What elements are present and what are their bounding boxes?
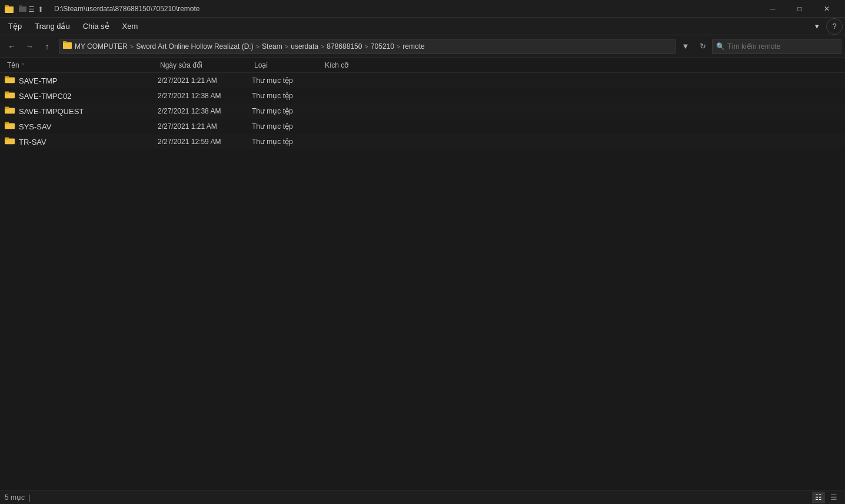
menu-expand-button[interactable]: ▾ xyxy=(809,18,825,35)
back-button[interactable]: ← xyxy=(4,38,20,55)
status-separator: | xyxy=(28,493,30,502)
menu-home[interactable]: Trang đầu xyxy=(29,19,76,33)
search-input[interactable] xyxy=(727,42,837,51)
breadcrumb-appid[interactable]: 705210 xyxy=(371,42,394,51)
view-controls: ☷ ☰ xyxy=(812,492,840,503)
file-name: SAVE-TMP xyxy=(19,76,158,85)
close-button[interactable]: ✕ xyxy=(813,0,840,18)
details-view-button[interactable]: ☷ xyxy=(812,492,825,503)
title-folder-icon xyxy=(5,4,14,14)
help-button[interactable]: ? xyxy=(826,18,843,35)
col-header-size[interactable]: Kích cỡ xyxy=(322,58,381,72)
breadcrumb-sep-3: > xyxy=(285,43,288,50)
folder-icon xyxy=(5,121,15,132)
col-header-name[interactable]: Tên ^ xyxy=(5,58,158,72)
breadcrumb-userid[interactable]: 878688150 xyxy=(327,42,362,51)
maximize-button[interactable]: □ xyxy=(786,0,813,18)
col-header-date[interactable]: Ngày sửa đổi xyxy=(158,58,252,72)
breadcrumb-folder-icon xyxy=(63,41,72,51)
breadcrumb-sep-4: > xyxy=(321,43,324,50)
file-list: SAVE-TMP 2/27/2021 1:21 AM Thư mục tệp S… xyxy=(0,73,845,490)
title-bar: ☰ ⬆ D:\Steam\userdata\878688150\705210\r… xyxy=(0,0,845,18)
title-path: D:\Steam\userdata\878688150\705210\remot… xyxy=(54,5,200,13)
breadcrumb-sep-6: > xyxy=(397,43,400,50)
file-name: TR-SAV xyxy=(19,138,158,146)
breadcrumb-drive[interactable]: Sword Art Online Hollow Realizat (D:) xyxy=(136,42,253,51)
folder-icon xyxy=(5,106,15,116)
file-name: SAVE-TMPQUEST xyxy=(19,107,158,116)
file-date: 2/27/2021 12:59 AM xyxy=(158,138,252,146)
table-row[interactable]: SAVE-TMP 2/27/2021 1:21 AM Thư mục tệp xyxy=(0,73,845,88)
breadcrumb-bar[interactable]: MY COMPUTER > Sword Art Online Hollow Re… xyxy=(59,39,676,54)
svg-text:☰: ☰ xyxy=(28,5,35,13)
svg-rect-9 xyxy=(5,76,9,79)
file-date: 2/27/2021 1:21 AM xyxy=(158,122,252,131)
status-bar: 5 mục | ☷ ☰ xyxy=(0,490,845,504)
menu-file[interactable]: Tệp xyxy=(2,19,28,33)
svg-text:⬆: ⬆ xyxy=(38,5,44,13)
breadcrumb-dropdown-button[interactable]: ▼ xyxy=(679,39,692,54)
refresh-button[interactable]: ↻ xyxy=(694,38,711,55)
svg-rect-6 xyxy=(63,42,72,49)
file-type: Thư mục tệp xyxy=(252,138,322,146)
minimize-button[interactable]: ─ xyxy=(759,0,786,18)
title-icon-small: ☰ ⬆ xyxy=(19,5,46,13)
file-date: 2/27/2021 1:21 AM xyxy=(158,76,252,85)
menu-view[interactable]: Xem xyxy=(117,19,144,33)
search-bar: 🔍 xyxy=(712,39,841,54)
search-icon: 🔍 xyxy=(716,42,725,51)
svg-rect-2 xyxy=(19,6,26,12)
file-type: Thư mục tệp xyxy=(252,107,322,115)
menu-bar: Tệp Trang đầu Chia sẻ Xem ▾ ? xyxy=(0,18,845,35)
column-headers: Tên ^ Ngày sửa đổi Loại Kích cỡ xyxy=(0,58,845,73)
window-controls: ─ □ ✕ xyxy=(759,0,840,18)
file-type: Thư mục tệp xyxy=(252,92,322,100)
table-row[interactable]: SYS-SAV 2/27/2021 1:21 AM Thư mục tệp xyxy=(0,119,845,134)
svg-rect-13 xyxy=(5,107,9,109)
title-bar-left: ☰ ⬆ D:\Steam\userdata\878688150\705210\r… xyxy=(5,4,200,14)
table-row[interactable]: SAVE-TMPC02 2/27/2021 12:38 AM Thư mục t… xyxy=(0,88,845,104)
file-date: 2/27/2021 12:38 AM xyxy=(158,107,252,115)
nav-bar: ← → ↑ MY COMPUTER > Sword Art Online Hol… xyxy=(0,35,845,58)
svg-rect-0 xyxy=(5,6,14,13)
file-type: Thư mục tệp xyxy=(252,122,322,131)
table-row[interactable]: TR-SAV 2/27/2021 12:59 AM Thư mục tệp xyxy=(0,134,845,149)
svg-rect-11 xyxy=(5,92,9,94)
svg-rect-3 xyxy=(19,5,22,7)
item-count: 5 mục xyxy=(5,493,25,502)
file-name: SAVE-TMPC02 xyxy=(19,92,158,101)
list-view-button[interactable]: ☰ xyxy=(827,492,840,503)
sort-arrow-name: ^ xyxy=(22,62,24,68)
svg-rect-1 xyxy=(5,5,9,7)
folder-icon xyxy=(5,75,15,86)
breadcrumb-userdata[interactable]: userdata xyxy=(291,42,318,51)
folder-icon xyxy=(5,136,15,147)
file-date: 2/27/2021 12:38 AM xyxy=(158,92,252,100)
breadcrumb-remote[interactable]: remote xyxy=(402,42,424,51)
menu-share[interactable]: Chia sẻ xyxy=(77,19,115,33)
breadcrumb-my-computer[interactable]: MY COMPUTER xyxy=(75,42,128,51)
breadcrumb-sep-1: > xyxy=(130,43,134,50)
file-type: Thư mục tệp xyxy=(252,76,322,85)
file-name: SYS-SAV xyxy=(19,122,158,131)
svg-rect-7 xyxy=(63,41,66,43)
breadcrumb-sep-2: > xyxy=(256,43,260,50)
col-header-type[interactable]: Loại xyxy=(252,58,322,72)
up-button[interactable]: ↑ xyxy=(39,38,55,55)
breadcrumb-steam[interactable]: Steam xyxy=(262,42,282,51)
svg-rect-17 xyxy=(5,138,9,140)
folder-icon xyxy=(5,91,15,101)
table-row[interactable]: SAVE-TMPQUEST 2/27/2021 12:38 AM Thư mục… xyxy=(0,104,845,119)
svg-rect-15 xyxy=(5,122,9,125)
main-content: Tên ^ Ngày sửa đổi Loại Kích cỡ SAVE-TMP… xyxy=(0,58,845,490)
forward-button[interactable]: → xyxy=(21,38,38,55)
breadcrumb-sep-5: > xyxy=(364,43,368,50)
